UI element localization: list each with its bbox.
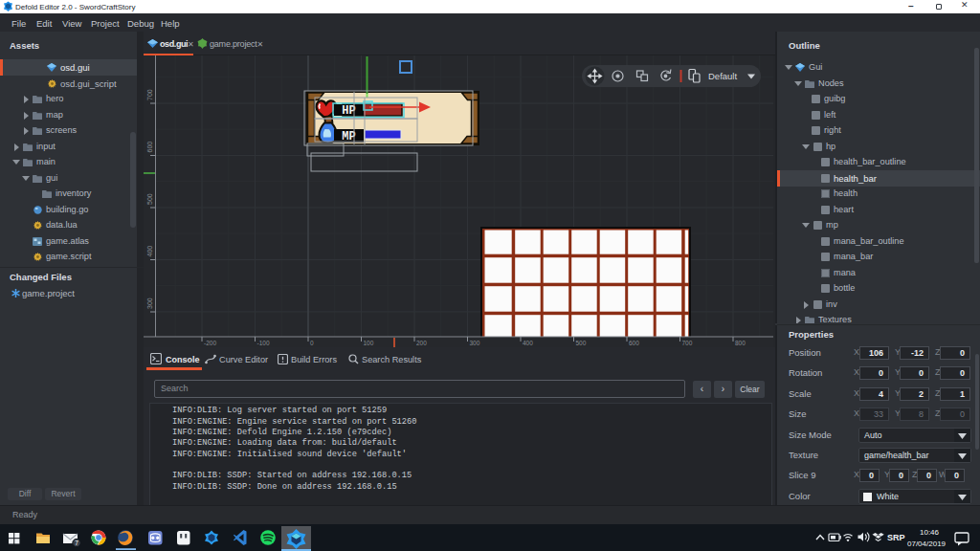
svg-text:200: 200 — [416, 340, 427, 346]
svg-text:600: 600 — [629, 340, 639, 346]
svg-text:300: 300 — [470, 340, 480, 346]
svg-text:400: 400 — [523, 340, 533, 346]
svg-text:500: 500 — [146, 193, 153, 205]
svg-text:800: 800 — [735, 340, 746, 346]
svg-text:600: 600 — [146, 142, 153, 153]
svg-text:0: 0 — [310, 340, 314, 346]
svg-text:Default: Default — [708, 71, 737, 81]
svg-text:-100: -100 — [257, 340, 270, 346]
svg-text:07/04/2019: 07/04/2019 — [907, 540, 947, 548]
svg-text:300: 300 — [146, 298, 153, 309]
svg-text:500: 500 — [576, 340, 587, 346]
svg-text:700: 700 — [682, 340, 693, 346]
svg-text:7: 7 — [75, 540, 78, 546]
svg-text:10:46: 10:46 — [920, 528, 940, 537]
svg-text:-200: -200 — [204, 340, 216, 346]
svg-text:700: 700 — [146, 89, 153, 100]
svg-text:SRP: SRP — [887, 533, 905, 542]
svg-text:400: 400 — [146, 246, 153, 257]
svg-text:100: 100 — [364, 340, 374, 346]
